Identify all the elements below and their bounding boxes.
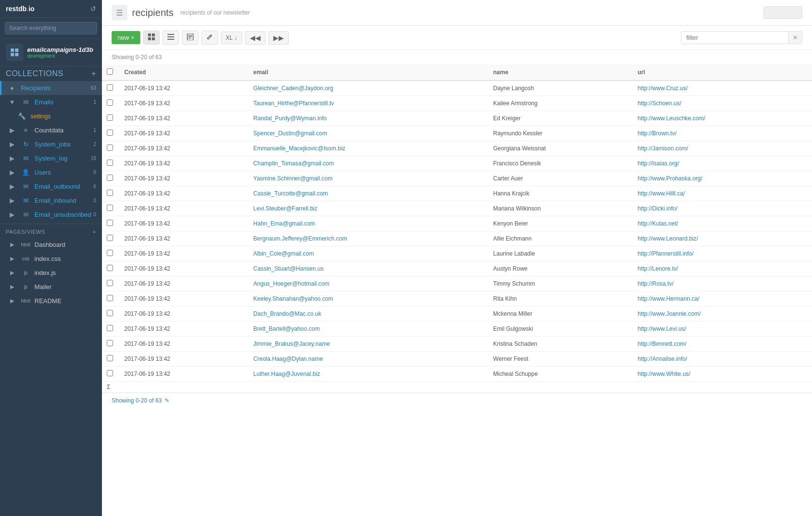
row-checkbox-12[interactable]: [107, 265, 113, 271]
row-checkbox-1[interactable]: [107, 99, 113, 106]
row-checkbox-8[interactable]: [107, 205, 113, 211]
select-all-checkbox[interactable]: [107, 68, 113, 75]
add-page-icon[interactable]: +: [93, 229, 96, 235]
row-checkbox-5[interactable]: [107, 160, 113, 166]
row-url-7[interactable]: http://www.Hilll.ca/: [633, 186, 812, 201]
row-email-2[interactable]: Randal_Purdy@Wyman.info: [249, 111, 488, 126]
row-email-10[interactable]: Bergnaum.Jefferey@Emmerich.com: [249, 231, 488, 246]
sidebar-item-recipients[interactable]: ● Recipients 63: [0, 81, 102, 95]
row-email-6[interactable]: Yasmine.Schinner@gmail.com: [249, 171, 488, 186]
row-url-6[interactable]: http://www.Prohaska.org/: [633, 171, 812, 186]
row-url-16[interactable]: http://www.Levi.us/: [633, 322, 812, 337]
sidebar-item-email-unsubscribed[interactable]: ▶ ✉ Email_unsubscribed 0: [0, 208, 102, 222]
row-email-13[interactable]: Angus_Hoeger@hotmail.com: [249, 276, 488, 291]
row-url-3[interactable]: http://Brown.tv/: [633, 126, 812, 141]
row-url-12[interactable]: http://Lenore.tv/: [633, 261, 812, 276]
row-checkbox-19[interactable]: [107, 370, 113, 376]
row-checkbox-4[interactable]: [107, 145, 113, 151]
prev-page-button[interactable]: ◀◀: [245, 31, 265, 45]
row-checkbox-10[interactable]: [107, 235, 113, 241]
row-email-18[interactable]: Creola.Haag@Dylan.name: [249, 352, 488, 367]
row-email-5[interactable]: Champlin_Tomasa@gmail.com: [249, 156, 488, 171]
row-checkbox-2[interactable]: [107, 114, 113, 121]
row-checkbox-15[interactable]: [107, 310, 113, 316]
email-inbound-chevron: ▶: [7, 197, 17, 204]
row-checkbox-13[interactable]: [107, 280, 113, 286]
sidebar-item-users[interactable]: ▶ 👤 Users 0: [0, 165, 102, 179]
col-header-name[interactable]: name: [488, 64, 633, 81]
row-url-17[interactable]: http://Bennett.com/: [633, 337, 812, 352]
sidebar-item-system-jobs[interactable]: ▶ ↻ System_jobs 2: [0, 137, 102, 151]
countdata-chevron: ▶: [7, 127, 17, 134]
row-checkbox-14[interactable]: [107, 295, 113, 301]
grid-view-button[interactable]: [143, 31, 160, 45]
row-url-11[interactable]: http://Pfannerstill.info/: [633, 246, 812, 261]
row-email-7[interactable]: Cassie_Turcotte@gmail.com: [249, 186, 488, 201]
row-name-16: Emil Gulgowski: [488, 322, 633, 337]
email-inbound-count: 0: [93, 198, 96, 203]
doc-view-button[interactable]: [182, 31, 199, 45]
sidebar-item-index-css[interactable]: ▶ css index.css: [0, 252, 102, 266]
row-url-5[interactable]: http://Isaias.org/: [633, 156, 812, 171]
filter-input[interactable]: [681, 32, 788, 44]
xl-export-button[interactable]: XL ↓: [221, 32, 242, 44]
row-email-15[interactable]: Dach_Brando@Mac.co.uk: [249, 306, 488, 322]
col-header-url[interactable]: url: [633, 64, 812, 81]
row-email-3[interactable]: Spencer_Dustin@gmail.com: [249, 126, 488, 141]
row-email-12[interactable]: Cassin_Stuart@Hansen.us: [249, 261, 488, 276]
col-header-created[interactable]: Created: [119, 64, 249, 81]
row-email-8[interactable]: Levi.Steuber@Farrell.biz: [249, 201, 488, 216]
row-email-4[interactable]: Emmanuelle_Macejkovic@Isom.biz: [249, 141, 488, 156]
row-checkbox-3[interactable]: [107, 129, 113, 136]
sidebar-item-emails[interactable]: ▼ ✉ Emails 1: [0, 95, 102, 109]
row-url-19[interactable]: http://www.White.us/: [633, 367, 812, 382]
row-email-17[interactable]: Jimmie_Brakus@Jacey.name: [249, 337, 488, 352]
row-url-8[interactable]: http://Dicki.info/: [633, 201, 812, 216]
add-collection-icon[interactable]: +: [91, 69, 96, 78]
sidebar-item-countdata[interactable]: ▶ ≡ Countdata 1: [0, 123, 102, 137]
row-checkbox-18[interactable]: [107, 355, 113, 361]
row-checkbox-9[interactable]: [107, 220, 113, 226]
row-url-4[interactable]: http://Jamison.com/: [633, 141, 812, 156]
row-email-16[interactable]: Brett_Bartell@yahoo.com: [249, 322, 488, 337]
row-url-18[interactable]: http://Annalise.info/: [633, 352, 812, 367]
edit-view-button[interactable]: [201, 31, 218, 45]
row-email-1[interactable]: Taurean_Hirthe@Pfannerstill.tv: [249, 96, 488, 111]
list-view-button[interactable]: [163, 31, 179, 45]
row-url-1[interactable]: http://Schoen.us/: [633, 96, 812, 111]
row-url-14[interactable]: http://www.Hermann.ca/: [633, 291, 812, 306]
sidebar-item-email-inbound[interactable]: ▶ ✉ Email_inbound 0: [0, 194, 102, 208]
row-email-19[interactable]: Luther.Haag@Juvenal.biz: [249, 367, 488, 382]
filter-clear-button[interactable]: ✕: [788, 32, 802, 44]
row-url-9[interactable]: http://Kulas.net/: [633, 216, 812, 231]
row-url-10[interactable]: http://www.Leonard.biz/: [633, 231, 812, 246]
row-checkbox-11[interactable]: [107, 250, 113, 256]
next-page-button[interactable]: ▶▶: [268, 31, 289, 45]
row-checkbox-6[interactable]: [107, 175, 113, 181]
row-email-0[interactable]: Gleichner_Caden@Jaydon.org: [249, 81, 488, 96]
row-email-9[interactable]: Hahn_Erna@gmail.com: [249, 216, 488, 231]
sidebar-item-email-outbound[interactable]: ▶ ✉ Email_outbound 6: [0, 179, 102, 194]
sidebar-item-mailer[interactable]: ▶ js Mailer: [0, 280, 102, 294]
row-email-11[interactable]: Albin_Cole@gmail.com: [249, 246, 488, 261]
sidebar-item-dashboard[interactable]: ▶ html Dashboard: [0, 238, 102, 252]
sidebar-item-system-log[interactable]: ▶ ✉ System_log 18: [0, 151, 102, 165]
row-checkbox-0[interactable]: [107, 84, 113, 91]
countdata-icon: ≡: [21, 127, 31, 134]
sidebar-item-index-js[interactable]: ▶ js index.js: [0, 266, 102, 280]
row-email-14[interactable]: Keeley.Shanahan@yahoo.com: [249, 291, 488, 306]
sidebar-item-settings[interactable]: 🔧 settings: [10, 109, 102, 123]
sidebar-item-readme[interactable]: ▶ html README: [0, 294, 102, 308]
row-checkbox-7[interactable]: [107, 190, 113, 196]
row-url-2[interactable]: http://www.Leuschke.com/: [633, 111, 812, 126]
col-header-email[interactable]: email: [249, 64, 488, 81]
footer-edit-icon[interactable]: ✎: [165, 397, 169, 404]
new-button[interactable]: new +: [112, 31, 140, 44]
refresh-icon[interactable]: ↺: [90, 5, 96, 13]
search-input[interactable]: [5, 22, 97, 34]
row-checkbox-16[interactable]: [107, 325, 113, 331]
row-url-13[interactable]: http://Rosa.tv/: [633, 276, 812, 291]
row-checkbox-17[interactable]: [107, 340, 113, 346]
row-url-15[interactable]: http://www.Joannie.com/: [633, 306, 812, 322]
row-url-0[interactable]: http://www.Cruz.us/: [633, 81, 812, 96]
